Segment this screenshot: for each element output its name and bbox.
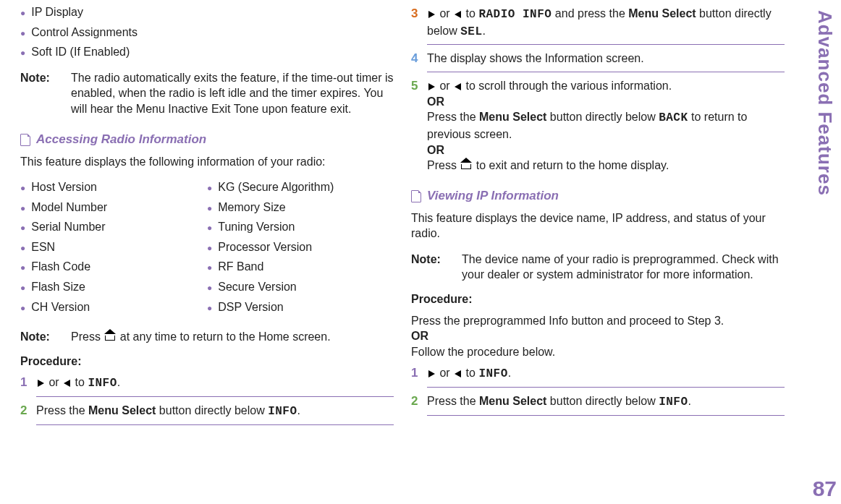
bullet-item: ●Flash Size [20,279,207,295]
bullet-text: Flash Code [31,259,90,275]
left-arrow-icon [64,380,70,387]
text: or [439,7,453,20]
chapter-title: Advanced Features [813,10,836,196]
bullet-text: Memory Size [218,200,285,215]
text: button directly below [550,395,659,407]
step-5: 5 or to scroll through the various infor… [411,78,785,174]
menu-target: BACK [659,111,688,124]
step-number: 4 [411,51,427,67]
text: button directly below [550,111,659,123]
note-block: Note: The device name of your radio is p… [411,252,785,283]
bullet-text: DSP Version [218,299,283,315]
text: . [688,395,691,407]
step-3: 3 or to RADIO INFO and press the Menu Se… [411,6,785,40]
step-divider [427,72,785,72]
bullet-icon: ● [207,282,212,294]
bullet-text: Soft ID (If Enabled) [31,44,130,60]
right-arrow-icon [428,11,435,18]
bullet-text: Secure Version [218,279,297,295]
bullet-item: ● Control Assignments [20,25,394,40]
step-number: 5 [411,78,427,95]
right-column: 3 or to RADIO INFO and press the Menu Se… [402,0,793,504]
text: Press [71,330,103,343]
text: Press [427,159,460,171]
bullet-icon: ● [20,222,25,234]
button-name: Menu Select [479,395,546,407]
text: to [75,376,88,388]
right-arrow-icon [428,83,435,90]
text: to [466,7,479,20]
bullet-item: ● Soft ID (If Enabled) [20,44,394,60]
step-body: or to INFO. [427,365,785,383]
bullet-item: ●Processor Version [207,239,394,255]
menu-target: RADIO INFO [478,8,551,21]
text: to scroll through the various informatio… [466,80,672,92]
step-2: 2 Press the Menu Select button directly … [411,393,785,411]
bullet-item: ●Secure Version [207,279,394,295]
step-number: 1 [411,365,427,382]
procedure-label: Procedure: [20,354,394,370]
procedure-intro: Press the preprogrammed Info button and … [411,313,785,360]
section-title: Accessing Radio Information [36,132,206,148]
left-arrow-icon [455,370,461,377]
bullet-icon: ● [207,262,212,273]
step-number: 2 [20,403,36,419]
note-label: Note: [20,70,71,117]
step-divider [36,424,394,425]
procedure-label: Procedure: [411,291,785,307]
text: Follow the procedure below. [411,346,555,358]
bullet-item: ●Tuning Version [207,219,394,235]
bullet-text: Processor Version [218,239,312,255]
bullet-item: ●Host Version [20,179,207,195]
text: . [508,367,511,379]
bullet-text: Serial Number [31,219,105,235]
text: to [466,367,479,379]
bullet-icon: ● [20,302,25,314]
note-label: Note: [20,329,71,345]
home-icon [105,333,115,341]
left-column: ● IP Display ● Control Assignments ● Sof… [12,0,402,504]
document-icon [20,134,30,146]
step-body: or to scroll through the various informa… [427,78,785,174]
text: Press the preprogrammed Info button and … [411,315,724,327]
step-1: 1 or to INFO. [411,365,785,383]
bullet-text: IP Display [31,4,83,20]
step-body: or to INFO. [36,375,394,392]
bullet-item: ●ESN [20,239,207,255]
home-icon [461,162,471,169]
bullet-item: ●Flash Code [20,259,207,275]
text: at any time to return to the Home screen… [120,330,331,343]
or-label: OR [427,95,444,108]
step-body: Press the Menu Select button directly be… [427,393,785,411]
bullet-text: Flash Size [31,279,85,295]
bullet-text: Tuning Version [218,219,295,235]
section-intro: This feature displays the device name, I… [411,210,785,242]
step-body: The display shows the Information screen… [427,51,785,67]
right-arrow-icon [428,370,435,377]
bullet-text: ESN [31,239,55,255]
button-name: Menu Select [628,7,696,20]
menu-target: INFO [478,367,507,380]
bullet-icon: ● [20,262,25,273]
bullet-item: ●RF Band [207,259,394,275]
step-body: or to RADIO INFO and press the Menu Sele… [427,6,785,40]
text: Press the [427,395,479,407]
section-heading-accessing-radio-info: Accessing Radio Information [20,132,394,148]
bullet-icon: ● [20,47,25,59]
side-tab: Advanced Features [808,7,841,470]
bullet-text: Model Number [31,200,107,215]
text: or [439,80,453,92]
step-2: 2 Press the Menu Select button directly … [20,403,394,420]
note-block: Note: Press at any time to return to the… [20,329,394,345]
menu-target: SEL [460,25,482,38]
step-divider [427,415,785,416]
step-divider [36,396,394,397]
bullet-icon: ● [207,242,212,254]
bullet-text: Control Assignments [31,25,138,40]
note-text: The device name of your radio is preprog… [462,252,785,283]
menu-target: INFO [268,405,297,418]
bullet-icon: ● [20,202,25,214]
note-block: Note: The radio automatically exits the … [20,70,394,117]
bullet-icon: ● [20,282,25,294]
bullet-icon: ● [207,222,212,234]
